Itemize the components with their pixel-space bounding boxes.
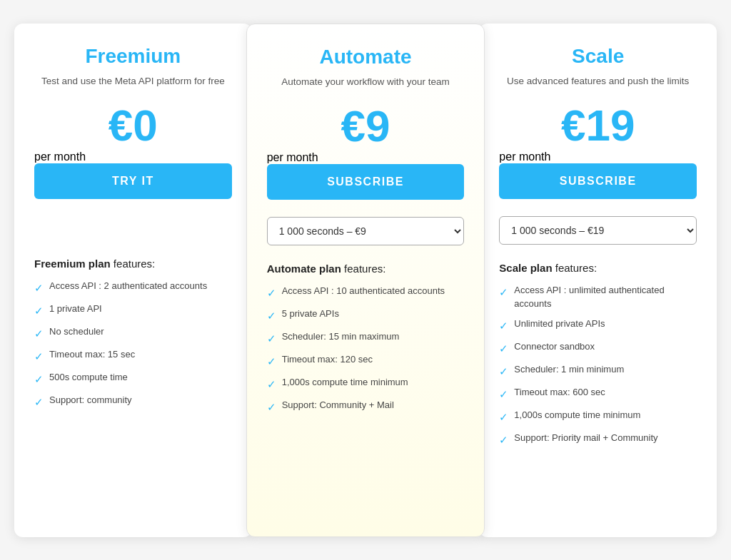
list-item: ✓Access API : unlimited authenticated ac…: [499, 284, 697, 310]
check-icon: ✓: [34, 280, 44, 295]
feature-list-scale: ✓Access API : unlimited authenticated ac…: [499, 284, 697, 447]
feature-text: Support: Priority mail + Community: [514, 432, 657, 444]
feature-text: 1 private API: [49, 302, 102, 315]
feature-text: No scheduler: [49, 325, 104, 338]
feature-text: Timeout max: 600 sec: [514, 386, 605, 399]
plan-card-freemium: FreemiumTest and use the Meta API platfo…: [14, 24, 252, 537]
feature-list-automate: ✓Access API : 10 authenticated accounts✓…: [267, 285, 465, 414]
plan-amount-scale: €19: [499, 103, 697, 148]
check-icon: ✓: [499, 341, 508, 356]
list-item: ✓1,000s compute time minimum: [267, 376, 465, 392]
plan-description-freemium: Test and use the Meta API platform for f…: [34, 75, 232, 88]
plan-per-month-scale: per month: [499, 151, 697, 163]
feature-text: Timeout max: 120 sec: [282, 353, 373, 366]
plan-title-scale: Scale: [499, 45, 697, 68]
feature-text: Access API : 10 authenticated accounts: [282, 285, 445, 297]
feature-text: Unlimited private APIs: [514, 317, 605, 330]
plan-per-month-automate: per month: [267, 151, 465, 164]
feature-text: Access API : 2 authenticated accounts: [49, 280, 207, 292]
check-icon: ✓: [499, 409, 508, 424]
plan-price-scale: €19: [499, 103, 697, 148]
plan-description-scale: Use advanced features and push the limit…: [499, 75, 697, 88]
list-item: ✓Scheduler: 1 min minimum: [499, 363, 697, 379]
feature-list-freemium: ✓Access API : 2 authenticated accounts✓1…: [34, 280, 232, 409]
plan-button-automate[interactable]: SUBSCRIBE: [267, 164, 465, 200]
list-item: ✓500s compute time: [34, 371, 232, 387]
features-title-scale: Scale plan features:: [499, 262, 697, 274]
check-icon: ✓: [499, 364, 508, 379]
feature-text: 5 private APIs: [282, 307, 339, 320]
feature-text: Support: Community + Mail: [282, 399, 394, 412]
feature-text: 1,000s compute time minimum: [282, 376, 408, 389]
check-icon: ✓: [34, 349, 44, 364]
list-item: ✓Access API : 10 authenticated accounts: [267, 285, 465, 300]
list-item: ✓Unlimited private APIs: [499, 317, 697, 333]
plan-amount-automate: €9: [267, 104, 465, 148]
plan-card-automate: AutomateAutomate your workflow with your…: [246, 24, 485, 537]
check-icon: ✓: [499, 318, 508, 333]
list-item: ✓1,000s compute time minimum: [499, 409, 697, 424]
list-item: ✓Timeout max: 600 sec: [499, 386, 697, 402]
list-item: ✓Access API : 2 authenticated accounts: [34, 280, 232, 295]
check-icon: ✓: [267, 331, 276, 346]
check-icon: ✓: [267, 354, 276, 369]
features-title-freemium: Freemium plan features:: [34, 258, 232, 270]
check-icon: ✓: [499, 285, 508, 300]
list-item: ✓No scheduler: [34, 325, 232, 341]
plan-select-scale[interactable]: 1 000 seconds – €192 000 seconds – €385 …: [499, 216, 697, 245]
plan-description-automate: Automate your workflow with your team: [267, 76, 465, 89]
list-item: ✓Scheduler: 15 min maximum: [267, 330, 465, 346]
check-icon: ✓: [267, 308, 276, 323]
list-item: ✓Support: community: [34, 394, 232, 409]
plan-button-freemium[interactable]: TRY IT: [34, 163, 232, 199]
check-icon: ✓: [267, 399, 276, 414]
check-icon: ✓: [34, 326, 44, 341]
list-item: ✓Timeout max: 120 sec: [267, 353, 465, 369]
plan-per-month-freemium: per month: [34, 151, 232, 163]
feature-text: Connector sandbox: [514, 340, 595, 353]
list-item: ✓1 private API: [34, 302, 232, 318]
check-icon: ✓: [34, 394, 44, 409]
check-icon: ✓: [267, 285, 276, 300]
feature-text: Access API : unlimited authenticated acc…: [514, 284, 697, 310]
check-icon: ✓: [267, 377, 276, 392]
feature-text: 1,000s compute time minimum: [514, 409, 640, 422]
plan-amount-freemium: €0: [34, 103, 232, 148]
list-item: ✓5 private APIs: [267, 307, 465, 323]
feature-text: Scheduler: 15 min maximum: [282, 330, 400, 343]
plan-price-freemium: €0: [34, 103, 232, 148]
list-item: ✓Timeout max: 15 sec: [34, 348, 232, 364]
plan-card-scale: ScaleUse advanced features and push the …: [479, 24, 717, 537]
plan-title-freemium: Freemium: [34, 45, 232, 68]
list-item: ✓Connector sandbox: [499, 340, 697, 356]
list-item: ✓Support: Priority mail + Community: [499, 432, 697, 447]
feature-text: 500s compute time: [49, 371, 128, 384]
check-icon: ✓: [34, 303, 44, 318]
features-title-automate: Automate plan features:: [267, 263, 465, 275]
feature-text: Scheduler: 1 min minimum: [514, 363, 624, 376]
plan-title-automate: Automate: [267, 46, 465, 68]
plan-button-scale[interactable]: SUBSCRIBE: [499, 163, 697, 199]
check-icon: ✓: [499, 387, 508, 402]
plan-select-spacer-freemium: [34, 216, 232, 258]
check-icon: ✓: [499, 432, 508, 447]
check-icon: ✓: [34, 372, 44, 387]
plan-select-automate[interactable]: 1 000 seconds – €92 000 seconds – €185 0…: [267, 217, 465, 245]
feature-text: Support: community: [49, 394, 132, 407]
feature-text: Timeout max: 15 sec: [49, 348, 135, 361]
list-item: ✓Support: Community + Mail: [267, 399, 465, 414]
pricing-container: FreemiumTest and use the Meta API platfo…: [14, 24, 717, 537]
plan-price-automate: €9: [267, 104, 465, 148]
